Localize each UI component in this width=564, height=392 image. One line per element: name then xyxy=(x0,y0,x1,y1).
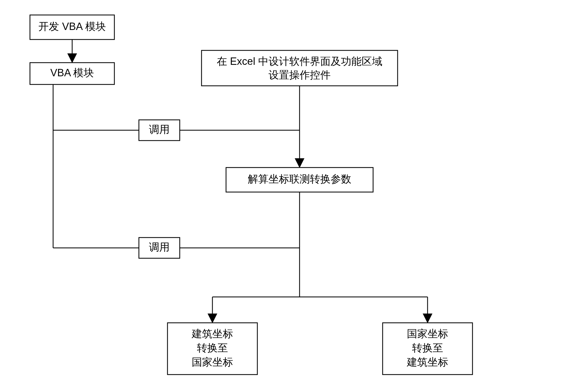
node-excel-ui-line1: 在 Excel 中设计软件界面及功能区域 xyxy=(217,56,382,67)
node-dev-vba: 开发 VBA 模块 xyxy=(30,15,114,39)
node-vba-module: VBA 模块 xyxy=(30,63,114,84)
node-nat-to-build: 国家坐标 转换至 建筑坐标 xyxy=(383,323,472,375)
node-call-1-label: 调用 xyxy=(149,124,170,135)
flowchart: 开发 VBA 模块 VBA 模块 在 Excel 中设计软件界面及功能区域 设置… xyxy=(0,0,564,392)
node-dev-vba-label: 开发 VBA 模块 xyxy=(38,21,106,32)
node-call-2-label: 调用 xyxy=(149,241,170,253)
node-call-1: 调用 xyxy=(139,120,180,141)
node-build-to-nat-line3: 国家坐标 xyxy=(192,356,233,368)
node-build-to-nat: 建筑坐标 转换至 国家坐标 xyxy=(167,323,257,375)
node-excel-ui: 在 Excel 中设计软件界面及功能区域 设置操作控件 xyxy=(202,50,398,86)
node-solve-params-label: 解算坐标联测转换参数 xyxy=(248,173,351,185)
node-nat-to-build-line1: 国家坐标 xyxy=(407,328,448,339)
node-solve-params: 解算坐标联测转换参数 xyxy=(226,168,373,192)
node-vba-module-label: VBA 模块 xyxy=(50,67,94,78)
node-nat-to-build-line2: 转换至 xyxy=(412,342,443,354)
node-build-to-nat-line2: 转换至 xyxy=(197,342,228,354)
node-excel-ui-line2: 设置操作控件 xyxy=(269,69,331,81)
node-call-2: 调用 xyxy=(139,238,180,258)
node-nat-to-build-line3: 建筑坐标 xyxy=(407,356,448,368)
node-build-to-nat-line1: 建筑坐标 xyxy=(191,328,233,339)
